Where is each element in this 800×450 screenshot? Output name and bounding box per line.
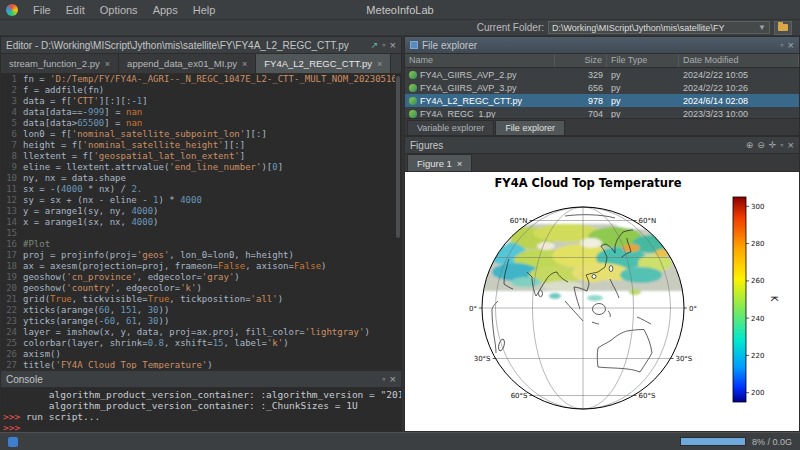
status-indicator-icon bbox=[8, 437, 18, 447]
close-tab-icon[interactable]: × bbox=[242, 59, 247, 69]
lat-label: 30°S bbox=[675, 355, 692, 363]
tab-variable-explorer[interactable]: Variable explorer bbox=[407, 120, 494, 135]
line-number: 24 bbox=[1, 327, 23, 338]
tab-file-explorer[interactable]: File explorer bbox=[495, 120, 565, 135]
table-row[interactable]: FY4A_GIIRS_AVP_3.py656py2024/2/22 10:26 bbox=[405, 81, 799, 94]
line-number: 23 bbox=[1, 316, 23, 327]
code-text: data = f['CTT'][:][:-1] bbox=[23, 96, 401, 107]
menu-options[interactable]: Options bbox=[93, 2, 145, 18]
console-text: algorithm_product_version_container: :al… bbox=[3, 389, 401, 400]
file-name-cell: FY4A_REGC_1.py bbox=[405, 109, 555, 119]
close-tab-icon[interactable]: × bbox=[377, 59, 382, 69]
py-file-icon bbox=[409, 71, 417, 79]
memory-usage-text: 8% / 0.0G bbox=[752, 437, 792, 447]
close-icon[interactable]: × bbox=[390, 41, 396, 50]
code-text: axism() bbox=[23, 349, 401, 360]
file-explorer-panel: File explorer ▫ × NameSizeFile TypeDate … bbox=[404, 36, 800, 136]
restore-panel-icon[interactable]: ▫ bbox=[780, 141, 783, 150]
line-number: 3 bbox=[1, 96, 23, 107]
float-panel-icon[interactable]: ↗ bbox=[371, 41, 379, 50]
editor-tab[interactable]: stream_function_2.py× bbox=[1, 54, 119, 73]
code-line: 19geoshow('cn_province', edgecolor='gray… bbox=[1, 272, 401, 283]
line-number: 26 bbox=[1, 349, 23, 360]
close-icon[interactable]: × bbox=[788, 41, 794, 50]
editor-scrollbar[interactable] bbox=[395, 74, 401, 369]
code-text: sx = -(4000 * nx) / 2. bbox=[23, 184, 401, 195]
column-header-name[interactable]: Name bbox=[405, 54, 555, 67]
code-editor[interactable]: 1fn = 'D:/Temp/FY/FY4A-_AGRI--_N_REGC_10… bbox=[1, 74, 401, 369]
code-area: 1fn = 'D:/Temp/FY/FY4A-_AGRI--_N_REGC_10… bbox=[1, 74, 401, 369]
editor-tab[interactable]: append_data_ex01_MI.py× bbox=[119, 54, 256, 73]
pan-icon[interactable]: ✛ bbox=[769, 141, 777, 150]
line-number: 9 bbox=[1, 162, 23, 173]
editor-tab[interactable]: FY4A_L2_REGC_CTT.py× bbox=[256, 54, 391, 73]
console-text: run script... bbox=[20, 411, 100, 422]
line-number: 13 bbox=[1, 206, 23, 217]
menu-file[interactable]: File bbox=[26, 2, 58, 18]
code-line: 6lon0 = f['nominal_satellite_subpoint_lo… bbox=[1, 129, 401, 140]
code-text: x = arange1(sx, nx, 4000) bbox=[23, 217, 401, 228]
column-header-size[interactable]: Size bbox=[555, 54, 607, 67]
figures-panel: Figures ⊕ ⊖ ✛ ▫ × Figure 1 × bbox=[404, 136, 800, 432]
current-folder-combobox[interactable]: D:\Working\MIScript\Jython\mis\satellite… bbox=[548, 21, 770, 34]
figure-tab[interactable]: Figure 1 × bbox=[407, 154, 472, 171]
code-text: ny, nx = data.shape bbox=[23, 173, 401, 184]
restore-panel-icon[interactable]: ▫ bbox=[382, 41, 385, 50]
line-number: 25 bbox=[1, 338, 23, 349]
menubar: FileEditOptionsAppsHelp bbox=[26, 2, 222, 18]
editor-panel-title: Editor - D:\Working\MIScript\Jython\mis\… bbox=[6, 40, 367, 51]
menu-apps[interactable]: Apps bbox=[146, 2, 185, 18]
line-number: 21 bbox=[1, 294, 23, 305]
table-row[interactable]: FY4A_L2_REGC_CTT.py978py2024/6/14 02:08 bbox=[405, 94, 799, 107]
code-text: llextent = f['geospatial_lat_lon_extent'… bbox=[23, 151, 401, 162]
close-tab-icon[interactable]: × bbox=[105, 59, 110, 69]
restore-panel-icon[interactable]: ▫ bbox=[780, 41, 783, 50]
line-number: 16 bbox=[1, 239, 23, 250]
column-header-date-modified[interactable]: Date Modified bbox=[679, 54, 799, 67]
file-type-cell: py bbox=[607, 96, 679, 106]
code-text: data[data==-999] = nan bbox=[23, 107, 401, 118]
meteoinfolab-window: FileEditOptionsAppsHelp MeteoInfoLab Cur… bbox=[0, 0, 800, 450]
line-number: 4 bbox=[1, 107, 23, 118]
editor-tab-label: FY4A_L2_REGC_CTT.py bbox=[264, 58, 372, 69]
main-area: Editor - D:\Working\MIScript\Jython\mis\… bbox=[0, 36, 800, 432]
file-table: NameSizeFile TypeDate Modified FY4A_GIIR… bbox=[405, 54, 799, 118]
column-header-file-type[interactable]: File Type bbox=[607, 54, 679, 67]
console-output[interactable]: algorithm_product_version_container: :al… bbox=[1, 388, 401, 431]
memory-progress-bar bbox=[680, 437, 746, 446]
browse-folder-button[interactable] bbox=[774, 21, 792, 35]
zoom-in-icon[interactable]: ⊕ bbox=[746, 141, 754, 150]
current-folder-label: Current Folder: bbox=[477, 22, 544, 33]
line-number: 7 bbox=[1, 140, 23, 151]
file-name-cell: FY4A_L2_REGC_CTT.py bbox=[405, 96, 555, 106]
code-line: 17proj = projinfo(proj='geos', lon_0=lon… bbox=[1, 250, 401, 261]
code-text: yticks(arange(-60, 61, 30)) bbox=[23, 316, 401, 327]
console-panel-header: Console ▫ × bbox=[1, 371, 401, 388]
file-size-cell: 978 bbox=[555, 96, 607, 106]
code-text: #Plot bbox=[23, 239, 401, 250]
close-tab-icon[interactable]: × bbox=[457, 158, 463, 169]
table-row[interactable]: FY4A_GIIRS_AVP_2.py329py2024/2/22 10:05 bbox=[405, 68, 799, 81]
close-icon[interactable]: × bbox=[788, 141, 794, 150]
chevron-down-icon[interactable]: ▼ bbox=[758, 23, 766, 32]
menu-edit[interactable]: Edit bbox=[59, 2, 92, 18]
close-icon[interactable]: × bbox=[390, 375, 396, 384]
editor-tabbar: stream_function_2.py×append_data_ex01_MI… bbox=[1, 54, 401, 74]
console-line: >>> bbox=[3, 422, 399, 431]
figure-canvas[interactable]: FY4A Cloud Top Temperature bbox=[405, 172, 799, 431]
editor-scrollbar-thumb[interactable] bbox=[396, 76, 400, 238]
restore-panel-icon[interactable]: ▫ bbox=[382, 375, 385, 384]
ctt-map-figure: FY4A Cloud Top Temperature bbox=[405, 172, 799, 431]
table-row[interactable]: FY4A_REGC_1.py704py2023/3/23 10:00 bbox=[405, 107, 799, 118]
zoom-out-icon[interactable]: ⊖ bbox=[757, 141, 765, 150]
code-text: xticks(arange(60, 151, 30)) bbox=[23, 305, 401, 316]
line-number: 14 bbox=[1, 217, 23, 228]
code-line: 14x = arange1(sx, nx, 4000) bbox=[1, 217, 401, 228]
lat-label: 60°S bbox=[511, 392, 528, 400]
colorbar-tick-label: 300 bbox=[751, 203, 764, 211]
code-line: 21grid(True, tickvisible=True, tickposit… bbox=[1, 294, 401, 305]
menu-help[interactable]: Help bbox=[186, 2, 223, 18]
file-explorer-title: File explorer bbox=[422, 40, 776, 51]
lat-label: 30°S bbox=[474, 355, 491, 363]
status-bar: 8% / 0.0G bbox=[0, 432, 800, 450]
